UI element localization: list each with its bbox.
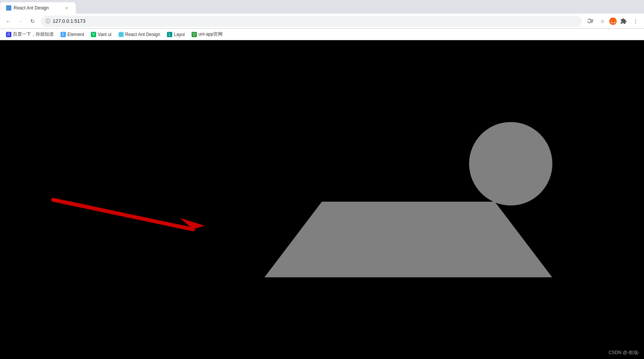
react-favicon: ⬡ <box>119 32 124 37</box>
layui-favicon: L <box>167 32 172 37</box>
element-favicon: E <box>61 32 66 37</box>
bookmark-element-label: Element <box>67 32 84 37</box>
browser-actions: ☆ 🦊 ⋮ <box>585 16 641 27</box>
avatar-head <box>469 122 552 205</box>
security-icon: ⓘ <box>45 18 50 25</box>
red-arrow <box>49 192 208 239</box>
bookmarks-bar: 百 百度一下，你就知道 E Element V Vant ui ⬡ React … <box>0 29 644 40</box>
address-field[interactable]: ⓘ 127.0.0.1:5173 <box>41 16 582 27</box>
tab-title: React Ant Design <box>14 5 49 11</box>
forward-button[interactable]: → <box>15 16 26 27</box>
page-content: CSDN @-联瑞- <box>0 40 644 359</box>
bookmark-layui[interactable]: L Layui <box>164 31 188 38</box>
arrow-svg <box>49 192 208 238</box>
avatar-body <box>265 202 552 277</box>
address-text: 127.0.0.1:5173 <box>53 18 577 24</box>
menu-button[interactable]: ⋮ <box>630 16 641 27</box>
watermark: CSDN @-联瑞- <box>608 350 639 356</box>
bookmark-vant[interactable]: V Vant ui <box>88 31 114 38</box>
bookmark-baidu-label: 百度一下，你就知道 <box>13 31 54 38</box>
bookmark-layui-label: Layui <box>174 32 185 37</box>
uni-favicon: U <box>192 32 197 37</box>
back-button[interactable]: ← <box>3 16 14 27</box>
bookmark-react-label: React Ant Design <box>125 32 161 37</box>
bookmark-element[interactable]: E Element <box>58 31 87 38</box>
bookmark-star-button[interactable]: ☆ <box>597 16 608 27</box>
reload-button[interactable]: ↻ <box>27 16 38 27</box>
tab-favicon <box>6 5 11 11</box>
bookmark-baidu[interactable]: 百 百度一下，你就知道 <box>3 30 57 39</box>
browser-chrome: React Ant Design × ← → ↻ ⓘ 127.0.0.1:517… <box>0 0 644 40</box>
extensions-button[interactable] <box>618 16 629 27</box>
translate-button[interactable] <box>585 16 596 27</box>
bookmark-uni-label: uni-app官网 <box>198 31 223 38</box>
bookmark-vant-label: Vant ui <box>98 32 111 37</box>
avatar-figure <box>265 122 552 277</box>
tab-bar: React Ant Design × <box>0 0 644 14</box>
fox-extension-icon[interactable]: 🦊 <box>609 17 617 25</box>
tab-close-button[interactable]: × <box>64 5 70 11</box>
svg-line-0 <box>53 200 193 229</box>
address-bar-row: ← → ↻ ⓘ 127.0.0.1:5173 ☆ 🦊 ⋮ <box>0 14 644 29</box>
baidu-favicon: 百 <box>6 32 11 37</box>
bookmark-uni[interactable]: U uni-app官网 <box>189 30 226 39</box>
active-tab[interactable]: React Ant Design × <box>0 2 76 14</box>
nav-buttons: ← → ↻ <box>3 16 38 27</box>
vant-favicon: V <box>91 32 96 37</box>
bookmark-react[interactable]: ⬡ React Ant Design <box>115 31 164 38</box>
